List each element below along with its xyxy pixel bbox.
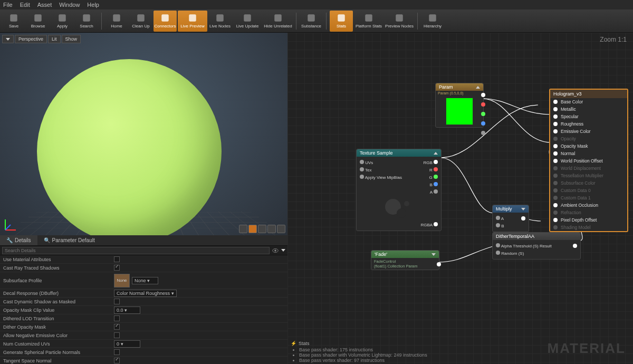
viewport-shape-icons[interactable]	[239, 225, 285, 233]
output-pin[interactable]: Shading Model	[550, 224, 627, 231]
output-pin[interactable]: Metallic	[550, 106, 627, 113]
menu-file[interactable]: File	[3, 2, 13, 8]
param-color-swatch	[446, 98, 473, 125]
svg-rect-10	[274, 14, 282, 22]
details-search-row	[0, 246, 287, 255]
checkbox[interactable]	[114, 299, 120, 304]
output-pin[interactable]: World Displacement	[550, 165, 627, 172]
dropdown[interactable]: Color Normal Roughness ▾	[114, 290, 177, 297]
property-row: Num Customized UVs0 ▾	[0, 340, 287, 348]
checkbox[interactable]	[114, 349, 120, 355]
svg-rect-14	[396, 14, 403, 22]
property-label: Dither Opacity Mask	[3, 324, 114, 330]
viewport-dropdown[interactable]	[2, 35, 14, 43]
menu-asset[interactable]: Asset	[37, 2, 52, 8]
output-pin[interactable]: Normal	[550, 150, 627, 157]
output-pin[interactable]: Refraction	[550, 209, 627, 216]
fade-subtitle: FadeControl (float1) Collection Param	[371, 258, 439, 270]
hideunrelated-button[interactable]: Hide Unrelated	[263, 11, 293, 32]
previewnodes-button[interactable]: Preview Nodes	[385, 11, 414, 32]
property-row: Opacity Mask Clip Value0.0 ▾	[0, 306, 287, 314]
checkbox[interactable]	[114, 358, 120, 363]
output-pin[interactable]: Tessellation Multiplier	[550, 172, 627, 179]
output-pin[interactable]: Opacity	[550, 135, 627, 142]
material-graph[interactable]: Zoom 1:1 MATERIAL Param Param (0.5,0,0) …	[287, 33, 633, 364]
apply-button[interactable]: Apply	[51, 11, 74, 32]
search-input[interactable]	[2, 247, 270, 254]
node-dither-temporal-aa[interactable]: DitherTemporalAA Alpha Threshold (S) Res…	[492, 232, 581, 260]
property-label: Tangent Space Normal	[3, 358, 114, 363]
checkbox[interactable]	[114, 332, 120, 338]
liveupdate-button[interactable]: Live Update	[233, 11, 262, 32]
menu-edit[interactable]: Edit	[20, 2, 30, 8]
search-button[interactable]: Search	[75, 11, 98, 32]
menu-bar: File Edit Asset Window Help	[0, 0, 633, 9]
hierarchy-button[interactable]: Hierarchy	[421, 11, 444, 32]
browse-button[interactable]: Browse	[26, 11, 50, 32]
output-pin[interactable]: World Position Offset	[550, 157, 627, 165]
number-field[interactable]: 0.0 ▾	[114, 306, 140, 314]
node-param[interactable]: Param Param (0.5,0,0)	[435, 83, 484, 128]
output-pin[interactable]: Base Color	[550, 98, 627, 106]
output-pin[interactable]: Emissive Color	[550, 128, 627, 135]
menu-chevron-icon[interactable]	[281, 249, 285, 252]
property-row: Tangent Space Normal	[0, 357, 287, 364]
stat-line: Base pass vertex shader: 97 instructions	[299, 358, 427, 363]
stat-line: Base pass shader with Volumetric Lightma…	[299, 352, 427, 358]
output-pin[interactable]: Specular	[550, 113, 627, 120]
stats-panel: ⚡Stats Base pass shader: 175 instruction…	[291, 341, 427, 363]
svg-rect-5	[137, 14, 145, 22]
connectors-button[interactable]: Connectors	[154, 11, 177, 32]
show-button[interactable]: Show	[62, 35, 81, 43]
node-texture-sample[interactable]: Texture Sample UVsRGB TexR Apply View Mi…	[356, 149, 442, 231]
output-pin[interactable]: Pixel Depth Offset	[550, 216, 627, 224]
profile-swatch[interactable]: None	[114, 274, 130, 288]
number-field[interactable]: 0 ▾	[114, 340, 140, 348]
checkbox[interactable]	[114, 324, 120, 330]
stats-button[interactable]: Stats	[330, 11, 353, 32]
svg-rect-11	[308, 14, 315, 22]
property-row: Cast Dynamic Shadow as Masked	[0, 298, 287, 306]
property-row: Allow Negative Emissive Color	[0, 331, 287, 340]
output-pin[interactable]: Custom Data 0	[550, 187, 627, 194]
property-label: Num Customized UVs	[3, 341, 114, 347]
menu-window[interactable]: Window	[59, 2, 80, 8]
livepreview-button[interactable]: Live Preview	[178, 11, 207, 32]
node-fade[interactable]: 'Fade' FadeControl (float1) Collection P…	[371, 250, 439, 270]
output-pin[interactable]: Custom Data 1	[550, 194, 627, 202]
eye-icon[interactable]	[272, 247, 279, 254]
checkbox[interactable]	[114, 315, 120, 321]
output-pin[interactable]: Opacity Mask	[550, 142, 627, 150]
tab-parameter-default[interactable]: 🔍Parameter Default	[37, 235, 101, 245]
livenodes-button[interactable]: Live Nodes	[208, 11, 232, 32]
svg-rect-9	[244, 14, 251, 22]
save-button[interactable]: Save	[2, 11, 25, 32]
property-label: Cast Ray Traced Shadows	[3, 265, 114, 271]
dropdown[interactable]: None ▾	[132, 277, 158, 284]
checkbox[interactable]	[114, 256, 120, 262]
perspective-button[interactable]: Perspective	[15, 35, 47, 43]
material-output-node[interactable]: Hologram_v3 Base ColorMetallicSpecularRo…	[549, 89, 628, 232]
preview-viewport[interactable]: Perspective Lit Show	[0, 33, 287, 235]
texture-preview-icon	[383, 197, 415, 220]
tab-details[interactable]: 🔧Details	[0, 235, 37, 245]
property-label: Decal Response (DBuffer)	[3, 291, 114, 296]
svg-rect-0	[10, 14, 17, 22]
property-label: Subsurface Profile	[3, 278, 114, 283]
output-pin[interactable]: Roughness	[550, 120, 627, 128]
svg-line-18	[5, 225, 11, 230]
property-label: Dithered LOD Transition	[3, 316, 114, 321]
node-multiply[interactable]: Multiply A B	[492, 205, 529, 232]
checkbox[interactable]	[114, 265, 120, 271]
lit-button[interactable]: Lit	[48, 35, 61, 43]
menu-help[interactable]: Help	[87, 2, 99, 8]
home-button[interactable]: Home	[105, 11, 128, 32]
output-pin[interactable]: Ambient Occlusion	[550, 202, 627, 209]
svg-rect-13	[365, 14, 372, 22]
svg-rect-7	[189, 14, 196, 22]
platformstats-button[interactable]: Platform Stats	[354, 11, 383, 32]
substance-button[interactable]: Substance	[300, 11, 323, 32]
svg-rect-8	[216, 14, 224, 22]
cleanup-button[interactable]: Clean Up	[129, 11, 152, 32]
output-pin[interactable]: Subsurface Color	[550, 179, 627, 187]
